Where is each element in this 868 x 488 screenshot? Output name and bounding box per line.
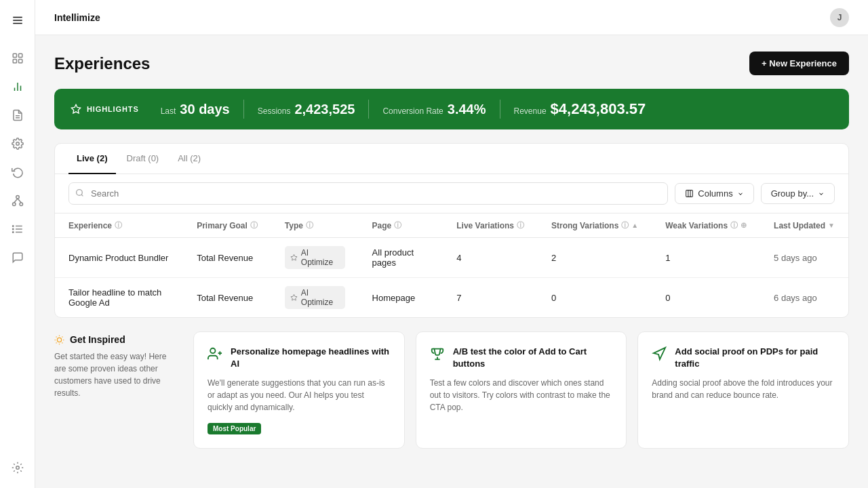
highlights-label: HIGHLIGHTS: [71, 104, 139, 115]
svg-line-41: [62, 336, 62, 337]
primary-goal-info-icon[interactable]: ⓘ: [250, 220, 258, 230]
svg-point-23: [12, 232, 14, 233]
revenue-stat: Revenue $4,243,803.57: [514, 100, 646, 118]
inspire-card-personalize[interactable]: Personalize homepage headlines with AI W…: [193, 331, 405, 449]
weak-variations-extra-icon[interactable]: ⊕: [741, 221, 747, 230]
sidebar-item-list[interactable]: [5, 217, 30, 241]
group-by-button[interactable]: Group by...: [761, 183, 835, 204]
sidebar-item-analytics[interactable]: [5, 75, 30, 99]
person-plus-icon: [208, 346, 222, 365]
svg-rect-28: [686, 190, 693, 197]
svg-line-17: [18, 199, 21, 203]
svg-marker-31: [291, 254, 297, 260]
top-header: Intellimize J: [35, 0, 868, 35]
inspire-card-ab-test[interactable]: A/B test the color of Add to Cart button…: [416, 331, 627, 449]
svg-line-40: [56, 342, 57, 343]
page-info-icon[interactable]: ⓘ: [394, 220, 401, 230]
conversion-value: 3.44%: [448, 102, 486, 117]
conversion-label: Conversion Rate: [382, 106, 443, 116]
tab-all[interactable]: All (2): [170, 144, 209, 174]
highlights-period: Last 30 days: [161, 102, 230, 117]
inspired-intro: Get Inspired Get started the easy way! H…: [54, 331, 180, 449]
sidebar-item-dashboard[interactable]: [5, 46, 30, 70]
search-input[interactable]: [68, 182, 668, 205]
weak-variations-info-icon[interactable]: ⓘ: [730, 220, 738, 230]
sidebar-item-settings[interactable]: [5, 131, 30, 156]
cell-type: AI Optimize: [271, 278, 359, 318]
sidebar-item-integrations[interactable]: [5, 188, 30, 213]
sidebar-item-messages[interactable]: [5, 245, 30, 270]
highlights-icon: [71, 104, 81, 115]
svg-line-16: [14, 199, 17, 203]
cell-primary-goal: Total Revenue: [183, 278, 271, 318]
highlights-bar: HIGHLIGHTS Last 30 days Sessions 2,423,5…: [54, 89, 849, 129]
experience-info-icon[interactable]: ⓘ: [115, 220, 122, 230]
svg-line-37: [62, 342, 62, 343]
inspire-card-title: A/B test the color of Add to Cart button…: [453, 346, 613, 370]
search-wrap: [68, 182, 668, 205]
revenue-label: Revenue: [514, 106, 547, 116]
columns-chevron-icon: [737, 190, 744, 197]
cell-strong-variations: 2: [538, 238, 652, 278]
cell-weak-variations: 0: [652, 278, 760, 318]
conversion-stat: Conversion Rate 3.44%: [382, 102, 486, 117]
svg-rect-4: [18, 54, 22, 57]
table-row[interactable]: Tailor headline to match Google Ad Total…: [55, 278, 848, 318]
inspired-description: Get started the easy way! Here are some …: [54, 350, 180, 399]
inspire-card-title: Personalize homepage headlines with AI: [231, 346, 391, 370]
svg-point-15: [20, 203, 23, 206]
inspire-cards: Personalize homepage headlines with AI W…: [193, 331, 849, 449]
live-variations-info-icon[interactable]: ⓘ: [517, 220, 524, 230]
user-avatar[interactable]: J: [830, 8, 849, 27]
type-info-icon[interactable]: ⓘ: [306, 220, 313, 230]
svg-line-36: [56, 336, 57, 337]
period-value: 30 days: [180, 102, 229, 117]
col-header-last-updated: Last Updated ▼: [760, 214, 848, 238]
svg-line-27: [81, 195, 83, 196]
cell-type: AI Optimize: [271, 238, 359, 278]
inspired-icon: [54, 335, 64, 345]
new-experience-button[interactable]: + New Experience: [749, 52, 849, 75]
sidebar-item-gear[interactable]: [5, 455, 30, 480]
inspire-card-header: A/B test the color of Add to Cart button…: [430, 346, 613, 370]
sidebar-item-history[interactable]: [5, 160, 30, 184]
svg-point-42: [210, 348, 215, 353]
svg-point-24: [16, 466, 19, 470]
svg-point-13: [16, 196, 19, 199]
tab-live[interactable]: Live (2): [68, 144, 116, 174]
col-header-weak-variations: Weak Variations ⓘ ⊕: [652, 214, 760, 238]
last-updated-sort-icon[interactable]: ▼: [828, 222, 835, 229]
trophy-icon: [430, 346, 445, 365]
sessions-stat: Sessions 2,423,525: [258, 102, 355, 117]
inspire-card-header: Add social proof on PDPs for paid traffi…: [652, 346, 835, 370]
main-content: Intellimize J Experiences + New Experien…: [35, 0, 868, 488]
svg-marker-25: [71, 104, 80, 113]
col-header-type: Type ⓘ: [271, 214, 359, 238]
sidebar-menu-icon[interactable]: [5, 8, 30, 33]
inspire-card-header: Personalize homepage headlines with AI: [208, 346, 391, 370]
cell-page: Homepage: [359, 278, 443, 318]
col-header-live-variations: Live Variations ⓘ: [443, 214, 538, 238]
group-by-label: Group by...: [771, 188, 814, 199]
sessions-value: 2,423,525: [294, 102, 355, 117]
tab-draft[interactable]: Draft (0): [119, 144, 167, 174]
strong-variations-sort-icon[interactable]: ▲: [631, 222, 638, 229]
svg-point-22: [12, 228, 14, 230]
inspire-card-desc: Test a few colors and discover which one…: [430, 377, 613, 413]
divider-3: [500, 100, 500, 119]
megaphone-icon: [652, 346, 667, 365]
revenue-value: $4,243,803.57: [551, 100, 646, 118]
strong-variations-info-icon[interactable]: ⓘ: [621, 220, 629, 230]
cell-page: All product pages: [359, 238, 443, 278]
cell-live-variations: 4: [443, 238, 538, 278]
svg-point-12: [16, 142, 19, 146]
inspire-card-social-proof[interactable]: Add social proof on PDPs for paid traffi…: [637, 331, 849, 449]
table-row[interactable]: Dynamic Product Bundler Total Revenue AI…: [55, 238, 848, 278]
cell-last-updated: 5 days ago: [760, 238, 848, 278]
svg-point-21: [12, 226, 14, 227]
columns-button[interactable]: Columns: [675, 183, 753, 204]
cell-weak-variations: 1: [652, 238, 760, 278]
svg-point-14: [12, 203, 16, 206]
cell-experience: Tailor headline to match Google Ad: [55, 278, 183, 318]
sidebar-item-reports[interactable]: [5, 103, 30, 127]
